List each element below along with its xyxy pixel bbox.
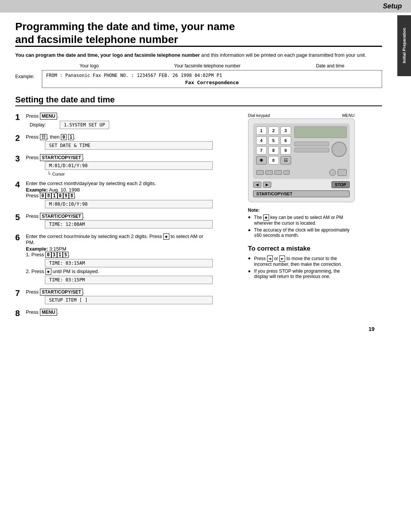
step-5-text: Press START/COPY/SET.	[26, 213, 213, 219]
section-heading: Setting the date and time	[15, 95, 382, 106]
step-8: 8 Press MENU.	[15, 309, 213, 318]
key-9-4: 9	[63, 193, 69, 199]
step-7-text: Press START/COPY/SET.	[26, 289, 213, 295]
key-8-4: 8	[46, 193, 51, 199]
key-0-4b: 0	[57, 193, 63, 199]
step-4: 4 Enter the correct month/day/year by se…	[15, 181, 213, 209]
key-3: 3	[280, 126, 291, 135]
step-6-num: 6	[15, 233, 26, 243]
key-1-2: 1	[68, 134, 74, 140]
key-9: 9	[280, 146, 291, 155]
dial-knob	[331, 142, 347, 157]
start-copy-set-diag-label: START/COPY/SET	[256, 192, 293, 196]
step-3: 3 Press START/COPY/SET. M:01/D:01/Y:98 └…	[15, 155, 213, 177]
step-1-text: Press MENU.	[26, 113, 213, 119]
datetime-label: Date and time	[316, 63, 344, 69]
key-0-4a: 0	[40, 193, 46, 199]
menu-button-8: MENU	[40, 309, 57, 316]
key-1-4: 1	[51, 193, 57, 199]
cursor-arrow-icon: └	[47, 171, 51, 177]
start-copy-set-3: START/COPY/SET	[40, 154, 83, 161]
keyboard-top-row: 1 2 3 4 5 6 7 8 9 ✱ 0 ☷	[256, 126, 347, 167]
correct-section: To correct a mistake ● Press ◄ or ► to m…	[248, 245, 355, 279]
step-1-num: 1	[15, 112, 26, 122]
note-section: Note: ● The ✱ key can be used to select …	[248, 208, 355, 238]
intro-paragraph: You can program the date and time, your …	[15, 52, 382, 58]
step-6-sub2: 2. Press ✱ until PM is displayed.	[26, 268, 213, 275]
display-label-1: Display:	[30, 122, 46, 128]
left-arrow-btn[interactable]: ◄	[253, 182, 261, 188]
left-arr-correct: ◄	[267, 256, 273, 262]
step-6-example: Example: 3:15PM	[26, 246, 213, 252]
display-2: SET DATE & TIME	[45, 141, 213, 150]
step-4-content: Enter the correct month/day/year by sele…	[26, 181, 213, 209]
press-label-7: Press	[26, 289, 38, 295]
key-0: 0	[268, 156, 279, 165]
step-8-content: Press MENU.	[26, 309, 213, 316]
intro-rest: and this information will be printed on …	[200, 52, 366, 58]
press-label-1: Press	[26, 113, 38, 119]
page-title-line2: and facsimile telephone number	[15, 34, 178, 45]
sq-btn	[338, 169, 347, 176]
press-label-6a: Press	[31, 252, 44, 257]
display-6b: TIME: 03:15PM	[45, 276, 213, 284]
key-star: ✱	[256, 156, 267, 165]
fax-title: Fax Correspondence	[46, 80, 378, 85]
step-3-num: 3	[15, 154, 26, 164]
display-6a: TIME: 03:15AM	[45, 259, 213, 267]
key-2: 2	[268, 126, 279, 135]
step-4-num: 4	[15, 180, 26, 190]
step-8-text: Press MENU.	[26, 309, 213, 315]
bullet-c2: ●	[248, 268, 254, 274]
step-3-text: Press START/COPY/SET.	[26, 155, 213, 160]
side-tab: Initial Preparation	[397, 15, 411, 76]
note-text-1: The ✱ key can be used to select AM or PM…	[254, 214, 355, 226]
main-content: Programming the date and time, your name…	[0, 13, 397, 340]
hash-key-2: ☷	[40, 134, 47, 140]
keyboard-bottom-row	[256, 169, 347, 176]
display-4: M:08/D:10/Y:98	[45, 200, 213, 208]
phone-label: Your facsimile telephone number	[174, 63, 241, 69]
screen-knob-area	[294, 126, 347, 167]
keypad-grid: 1 2 3 4 5 6 7 8 9 ✱ 0 ☷	[256, 126, 291, 165]
keyboard-inner: 1 2 3 4 5 6 7 8 9 ✱ 0 ☷	[253, 123, 350, 179]
press-label-5: Press	[26, 213, 38, 219]
ctrl-btn-2	[294, 148, 329, 152]
controls-row	[294, 142, 347, 157]
fax-box-inner: FROM : Panasonic Fax PHONE NO. : 1234567…	[46, 73, 378, 78]
note-item-1: ● The ✱ key can be used to select AM or …	[248, 214, 355, 226]
step-5-content: Press START/COPY/SET. TIME: 12:00AM	[26, 213, 213, 230]
step-3-content: Press START/COPY/SET. M:01/D:01/Y:98 └ C…	[26, 155, 213, 177]
display-7: SETUP ITEM [ ]	[45, 296, 213, 304]
diag-labels: Dial keypad MENU	[248, 113, 355, 118]
correct-text-2: If you press STOP while programming, the…	[254, 268, 355, 279]
keyboard-diagram: 1 2 3 4 5 6 7 8 9 ✱ 0 ☷	[248, 118, 355, 202]
step-6-text: Enter the correct hour/minute by selecti…	[26, 233, 213, 245]
cursor-label: Cursor	[52, 172, 65, 176]
right-arrow-btn[interactable]: ►	[263, 182, 271, 188]
step-2: 2 Press ☷, then 0 1. SET DATE & TIME	[15, 134, 213, 151]
display-1: 1.SYSTEM SET UP	[60, 121, 109, 129]
star-note: ✱	[263, 214, 269, 220]
intro-bold: You can program the date and time, your …	[15, 52, 200, 58]
step-4-text: Enter the correct month/day/year by sele…	[26, 181, 213, 186]
step-7-num: 7	[15, 288, 26, 298]
bottom-btn-3	[274, 170, 282, 175]
key-6: 6	[280, 136, 291, 145]
start-copy-set-diag[interactable]: START/COPY/SET	[253, 190, 350, 197]
correct-item-1: ● Press ◄ or ► to move the cursor to the…	[248, 256, 355, 267]
press-label-8: Press	[26, 309, 38, 315]
note-title: Note:	[248, 208, 355, 213]
key-5: 5	[268, 136, 279, 145]
star-key-6: ✱	[163, 233, 169, 240]
stop-btn[interactable]: STOP	[331, 181, 350, 188]
stop-correct: STOP	[279, 268, 291, 274]
step-8-num: 8	[15, 308, 26, 318]
menu-button-1: MENU	[40, 113, 57, 120]
step-6-sub1: 1. Press 0315.	[26, 252, 213, 258]
press-label-4: Press	[26, 193, 38, 198]
bottom-btn-4	[284, 170, 290, 175]
fax-example-container: Your logo Your facsimile telephone numbe…	[42, 63, 382, 88]
fax-labels-row: Your logo Your facsimile telephone numbe…	[42, 63, 382, 69]
bullet-1: ●	[248, 214, 254, 220]
